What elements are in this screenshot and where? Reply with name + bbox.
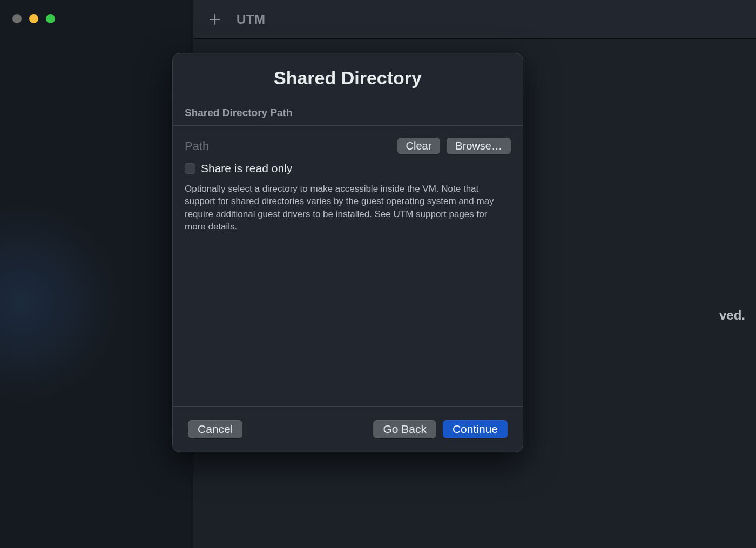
maximize-window-button[interactable] (46, 14, 55, 23)
shared-directory-dialog: Shared Directory Shared Directory Path P… (172, 53, 523, 452)
path-label: Path (185, 139, 397, 153)
read-only-row: Share is read only (185, 162, 511, 175)
minimize-window-button[interactable] (29, 14, 38, 23)
description-text: Optionally select a directory to make ac… (185, 182, 503, 233)
dialog-footer: Cancel Go Back Continue (173, 406, 523, 452)
continue-button[interactable]: Continue (443, 420, 508, 438)
dialog-body: Path Clear Browse… Share is read only Op… (173, 126, 523, 406)
window-controls (12, 14, 55, 23)
path-row: Path Clear Browse… (185, 138, 511, 154)
dialog-title: Shared Directory (173, 53, 523, 102)
dialog-overlay: Shared Directory Shared Directory Path P… (0, 0, 756, 548)
browse-button[interactable]: Browse… (447, 138, 511, 154)
section-header: Shared Directory Path (173, 102, 523, 125)
go-back-button[interactable]: Go Back (373, 420, 436, 438)
close-window-button[interactable] (12, 14, 22, 23)
clear-button[interactable]: Clear (397, 138, 441, 154)
cancel-button[interactable]: Cancel (188, 420, 242, 438)
read-only-checkbox[interactable] (185, 163, 195, 174)
read-only-label: Share is read only (201, 162, 292, 175)
